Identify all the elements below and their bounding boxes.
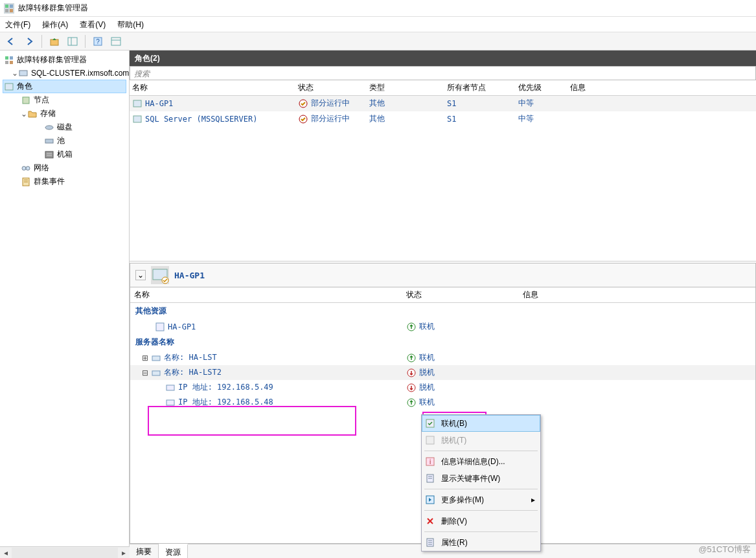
svg-rect-13 — [5, 61, 8, 64]
detail-column-headers: 名称 状态 信息 — [130, 287, 755, 303]
ctx-label: 联机(B) — [441, 418, 467, 429]
resource-row[interactable]: HA-GP1 联机 — [130, 319, 755, 334]
ctx-info-details[interactable]: i 信息详细信息(D)... — [422, 453, 540, 470]
ctx-delete[interactable]: 删除(V) — [422, 513, 540, 530]
roles-list: 名称 状态 类型 所有者节点 优先级 信息 HA-GP1 部分运行中 其他 S1 — [130, 80, 756, 262]
role-priority: 中等 — [518, 113, 570, 124]
role-type: 其他 — [369, 98, 447, 109]
ctx-label: 脱机(T) — [441, 435, 466, 446]
tree-disks[interactable]: 磁盘 — [3, 120, 126, 134]
col-status[interactable]: 状态 — [298, 82, 369, 93]
resource-row[interactable]: ⊞ 名称: HA-LST 联机 — [130, 350, 755, 365]
forward-button[interactable] — [22, 34, 36, 49]
svg-rect-36 — [152, 356, 160, 361]
menu-help[interactable]: 帮助(H) — [117, 19, 144, 29]
dcol-status[interactable]: 状态 — [406, 289, 523, 300]
search-input[interactable]: 搜索 — [130, 66, 756, 80]
ctx-label: 信息详细信息(D)... — [441, 456, 505, 467]
role-row[interactable]: HA-GP1 部分运行中 其他 S1 中等 — [130, 96, 756, 111]
svg-rect-17 — [23, 97, 29, 104]
events-icon — [424, 473, 436, 484]
show-hide-tree-button[interactable] — [65, 34, 80, 49]
role-row[interactable]: SQL Server (MSSQLSERVER) 部分运行中 其他 S1 中等 — [130, 111, 756, 127]
tree-cluster[interactable]: ⌄ SQL-CLUSTER.ixmsoft.com — [3, 67, 126, 80]
panel-button[interactable] — [109, 34, 123, 49]
tree-enclosures[interactable]: 机箱 — [3, 148, 126, 161]
resource-row[interactable]: IP 地址: 192.168.5.48 联机 — [130, 395, 755, 410]
ctx-label: 属性(R) — [441, 537, 468, 548]
dcol-info[interactable]: 信息 — [523, 289, 751, 300]
help-button[interactable]: ? — [91, 34, 105, 49]
tree-cluster-events[interactable]: 群集事件 — [3, 175, 126, 188]
arrow-right-square-icon — [424, 494, 436, 506]
menu-action[interactable]: 操作(A) — [42, 19, 68, 29]
chevron-down-icon[interactable]: ⌄ — [135, 270, 146, 280]
online-icon — [424, 418, 436, 429]
tree-storage[interactable]: ⌄ 存储 — [3, 107, 126, 120]
tab-summary[interactable]: 摘要 — [130, 544, 159, 558]
tree-roles[interactable]: 角色 — [3, 80, 126, 93]
resource-status: 联机 — [419, 321, 435, 332]
col-priority[interactable]: 优先级 — [518, 82, 570, 93]
app-icon — [4, 3, 14, 14]
resource-row[interactable]: IP 地址: 192.168.5.49 脱机 — [130, 380, 755, 395]
group-other-resources: 其他资源 — [130, 303, 755, 319]
ip-icon — [165, 397, 176, 408]
tree-horizontal-scrollbar[interactable]: ◂ ▸ — [0, 546, 130, 558]
network-icon — [21, 163, 31, 173]
tree-disks-label: 磁盘 — [57, 122, 73, 133]
tree-storage-label: 存储 — [40, 108, 56, 119]
up-button[interactable] — [47, 34, 62, 49]
menu-view[interactable]: 查看(V) — [80, 19, 106, 29]
ctx-properties[interactable]: 属性(R) — [422, 534, 540, 551]
submenu-arrow-icon: ▸ — [531, 495, 535, 504]
minus-expander-icon[interactable]: ⊟ — [142, 368, 148, 377]
col-name[interactable]: 名称 — [132, 82, 298, 93]
roles-column-headers: 名称 状态 类型 所有者节点 优先级 信息 — [130, 80, 756, 96]
scroll-right-icon[interactable]: ▸ — [118, 548, 130, 558]
tree-networks[interactable]: 网络 — [3, 161, 126, 175]
col-type[interactable]: 类型 — [369, 82, 447, 93]
back-button[interactable] — [4, 34, 18, 49]
svg-rect-38 — [152, 371, 160, 375]
col-owner[interactable]: 所有者节点 — [447, 82, 518, 93]
group-server-name: 服务器名称 — [130, 334, 755, 350]
tree-nodes[interactable]: 节点 — [3, 93, 126, 107]
svg-rect-14 — [10, 61, 13, 64]
resource-row[interactable]: ⊟ 名称: HA-LST2 脱机 — [130, 365, 755, 380]
ctx-more-actions[interactable]: 更多操作(M) ▸ — [422, 491, 540, 508]
tree-nodes-label: 节点 — [34, 95, 49, 106]
tree-roles-label: 角色 — [17, 81, 32, 92]
svg-rect-9 — [111, 38, 120, 45]
server-icon — [151, 353, 161, 363]
resource-status: 联机 — [419, 352, 435, 363]
ctx-online[interactable]: 联机(B) — [422, 415, 540, 432]
ctx-show-critical[interactable]: 显示关键事件(W) — [422, 470, 540, 487]
resource-name: 名称: HA-LST — [164, 352, 217, 363]
role-priority: 中等 — [518, 98, 570, 109]
role-status: 部分运行中 — [311, 98, 350, 109]
tree-pools[interactable]: 池 — [3, 134, 126, 148]
online-icon — [406, 322, 417, 332]
tree-root[interactable]: 故障转移群集管理器 — [3, 53, 126, 67]
twisty-open-icon[interactable]: ⌄ — [12, 69, 18, 78]
menu-file[interactable]: 文件(F) — [5, 19, 30, 29]
delete-icon — [424, 515, 436, 527]
resource-name: IP 地址: 192.168.5.49 — [178, 382, 273, 393]
svg-rect-0 — [5, 5, 8, 8]
dcol-name[interactable]: 名称 — [134, 289, 406, 300]
twisty-open-icon[interactable]: ⌄ — [21, 109, 27, 118]
properties-icon — [424, 537, 436, 548]
toolbar-separator — [41, 35, 42, 48]
ctx-separator — [424, 510, 538, 511]
tab-resources[interactable]: 资源 — [159, 544, 188, 558]
col-info[interactable]: 信息 — [570, 82, 753, 93]
tree-pools-label: 池 — [57, 135, 65, 146]
scroll-track[interactable] — [12, 548, 118, 558]
svg-point-23 — [22, 166, 26, 170]
svg-rect-1 — [10, 5, 13, 8]
resource-status: 脱机 — [419, 382, 435, 393]
plus-expander-icon[interactable]: ⊞ — [142, 353, 148, 363]
svg-point-18 — [45, 126, 53, 129]
scroll-left-icon[interactable]: ◂ — [0, 548, 12, 558]
